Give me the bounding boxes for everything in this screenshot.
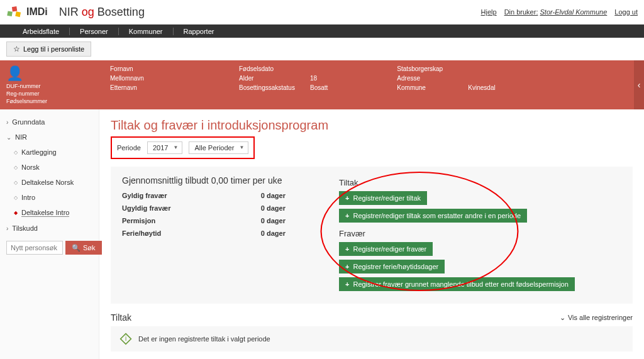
summary-card: Gjennomsnittlig tilbudt 0,00 timer per u… xyxy=(111,167,633,304)
periode-select[interactable]: Alle Perioder xyxy=(189,141,248,154)
duf-label: DUF-nummer xyxy=(6,83,101,89)
nav-kommuner[interactable]: Kommuner xyxy=(119,28,174,35)
btn-ferie-label: Registrer ferie/høytidsdager xyxy=(353,263,438,270)
tiltak-empty-text: Det er ingen registrerte tiltak i valgt … xyxy=(138,335,270,343)
nav-bar: Arbeidsflate Personer Kommuner Rapporter xyxy=(0,25,644,38)
reg-label: Reg-nummer xyxy=(6,91,101,97)
plus-icon: + xyxy=(345,245,349,253)
statsborger-label: Statsborgerskap xyxy=(397,65,457,72)
logout-link[interactable]: Logg ut xyxy=(614,8,638,16)
year-value: 2017 xyxy=(153,144,168,152)
nav-arbeidsflate[interactable]: Arbeidsflate xyxy=(13,28,70,35)
btn-registrer-fravaer[interactable]: +Registrer/rediger fravær xyxy=(339,242,433,256)
search-button[interactable]: 🔍 Søk xyxy=(65,241,102,255)
bosetting-label: Bosettingssakstatus xyxy=(239,84,299,91)
ugyldig-label: Ugyldig fravær xyxy=(122,204,171,212)
search-input[interactable] xyxy=(6,241,63,255)
tiltak-title: Tiltak xyxy=(111,312,131,323)
svg-rect-1 xyxy=(12,6,17,11)
gyldig-value: 0 dager xyxy=(261,192,286,199)
vis-alle-tiltak[interactable]: ⌄ Vis alle registreringer xyxy=(560,314,633,322)
tilskudd-label: Tilskudd xyxy=(12,224,38,232)
banner-left: 👤 DUF-nummer Reg-nummer Fødselsnummer xyxy=(6,65,101,104)
toolbar: ☆ Legg til i personliste xyxy=(0,38,644,60)
permisjon-label: Permisjon xyxy=(122,217,155,224)
sidebar: › Grunndata ⌄ NIR ◇ Kartlegging ◇ Norsk … xyxy=(0,109,99,359)
sidebar-intro[interactable]: ◇ Intro xyxy=(0,190,99,205)
ferie-value: 0 dager xyxy=(261,229,286,237)
plus-icon: + xyxy=(345,212,349,219)
kommune-value: Kvinesdal xyxy=(468,84,495,91)
add-to-personlist-button[interactable]: ☆ Legg til i personliste xyxy=(6,41,91,57)
gyldig-label: Gyldig fravær xyxy=(122,192,167,199)
banner-col-3: Statsborgerskap Adresse KommuneKvinesdal xyxy=(397,65,495,104)
personliste-label: Legg til i personliste xyxy=(23,45,84,53)
sidebar-norsk[interactable]: ◇ Norsk xyxy=(0,160,99,175)
sidebar-deltakelse-intro[interactable]: ◆ Deltakelse Intro xyxy=(0,205,99,221)
btn-tiltak-erstatter-label: Registrer/rediger tiltak som erstatter a… xyxy=(353,212,521,219)
intro-label: Intro xyxy=(21,194,35,201)
page-title: Tiltak og fravær i introduksjonsprogram xyxy=(111,118,633,133)
alder-value: 18 xyxy=(310,75,317,82)
fnr-label: Fødselsnummer xyxy=(6,98,101,104)
user-name[interactable]: Stor-Elvdal Kommune xyxy=(540,8,608,16)
btn-registrer-fravaer-tilbud[interactable]: +Registrer fravær grunnet manglende tilb… xyxy=(339,277,575,291)
help-link[interactable]: Hjelp xyxy=(481,8,497,16)
card-left: Gjennomsnittlig tilbudt 0,00 timer per u… xyxy=(122,175,339,295)
grunndata-label: Grunndata xyxy=(12,118,45,126)
search-icon: 🔍 xyxy=(72,244,80,252)
imdi-text: IMDi xyxy=(26,6,48,18)
logo-imdi: IMDi xyxy=(6,3,48,21)
sidebar-kartlegging[interactable]: ◇ Kartlegging xyxy=(0,145,99,160)
periode-label: Periode xyxy=(117,144,141,152)
periode-filter-box: Periode 2017 Alle Perioder xyxy=(111,136,255,159)
plus-icon: + xyxy=(345,194,349,202)
sidebar-tilskudd[interactable]: › Tilskudd xyxy=(0,221,99,236)
sidebar-deltakelse-norsk[interactable]: ◇ Deltakelse Norsk xyxy=(0,175,99,190)
top-links: Hjelp Din bruker: Stor-Elvdal Kommune Lo… xyxy=(481,8,638,16)
banner-collapse-button[interactable]: ‹ xyxy=(634,60,644,109)
norsk-label: Norsk xyxy=(21,163,40,171)
user-label[interactable]: Din bruker: xyxy=(504,8,538,16)
sidebar-grunndata[interactable]: › Grunndata xyxy=(0,114,99,130)
sidebar-nir[interactable]: ⌄ NIR xyxy=(0,130,99,145)
btn-registrer-tiltak-erstatter[interactable]: +Registrer/rediger tiltak som erstatter … xyxy=(339,209,527,223)
ugyldig-value: 0 dager xyxy=(261,204,286,212)
stat-permisjon: Permisjon 0 dager xyxy=(122,217,286,224)
chevron-right-icon: › xyxy=(6,119,8,126)
adresse-label: Adresse xyxy=(397,75,457,82)
stat-ferie: Ferie/høytid 0 dager xyxy=(122,229,286,237)
alder-label: Alder xyxy=(239,75,299,82)
person-icon: 👤 xyxy=(6,65,101,82)
nav-personer[interactable]: Personer xyxy=(70,28,119,35)
etternavn-label: Etternavn xyxy=(110,84,170,91)
fravaer-heading: Fravær xyxy=(339,229,621,238)
nir-og: og xyxy=(82,6,94,18)
app-title: NIR og Bosetting xyxy=(59,6,145,19)
main: › Grunndata ⌄ NIR ◇ Kartlegging ◇ Norsk … xyxy=(0,109,644,359)
banner-col-1: Fornavn Mellomnavn Etternavn xyxy=(110,65,170,104)
mellomnavn-label: Mellomnavn xyxy=(110,75,170,82)
search-row: 🔍 Søk xyxy=(0,236,99,260)
plus-icon: + xyxy=(345,263,349,270)
content: Tiltak og fravær i introduksjonsprogram … xyxy=(99,109,644,359)
tiltak-heading: Tiltak xyxy=(339,178,621,187)
fodselsdato-label: Fødselsdato xyxy=(239,65,299,72)
stat-ugyldig: Ugyldig fravær 0 dager xyxy=(122,204,286,212)
kartlegging-label: Kartlegging xyxy=(21,148,57,156)
btn-registrer-tiltak[interactable]: +Registrer/rediger tiltak xyxy=(339,191,427,205)
bosetting-value: Bosatt xyxy=(310,84,328,91)
vis-alle-label: Vis alle registreringer xyxy=(568,314,633,321)
tiltak-section-header: Tiltak ⌄ Vis alle registreringer xyxy=(111,312,633,323)
nav-rapporter[interactable]: Rapporter xyxy=(174,28,225,35)
year-select[interactable]: 2017 xyxy=(147,141,182,154)
person-banner: 👤 DUF-nummer Reg-nummer Fødselsnummer Fo… xyxy=(0,60,644,109)
btn-fravaer-label: Registrer/rediger fravær xyxy=(353,245,426,253)
star-icon: ☆ xyxy=(13,45,20,53)
btn-registrer-ferie[interactable]: +Registrer ferie/høytidsdager xyxy=(339,260,445,273)
kommune-label: Kommune xyxy=(397,84,457,91)
user-block: Din bruker: Stor-Elvdal Kommune xyxy=(504,8,608,16)
nir-suffix: Bosetting xyxy=(97,6,145,18)
fornavn-label: Fornavn xyxy=(110,65,170,72)
diamond-icon: ◆ xyxy=(14,210,18,216)
